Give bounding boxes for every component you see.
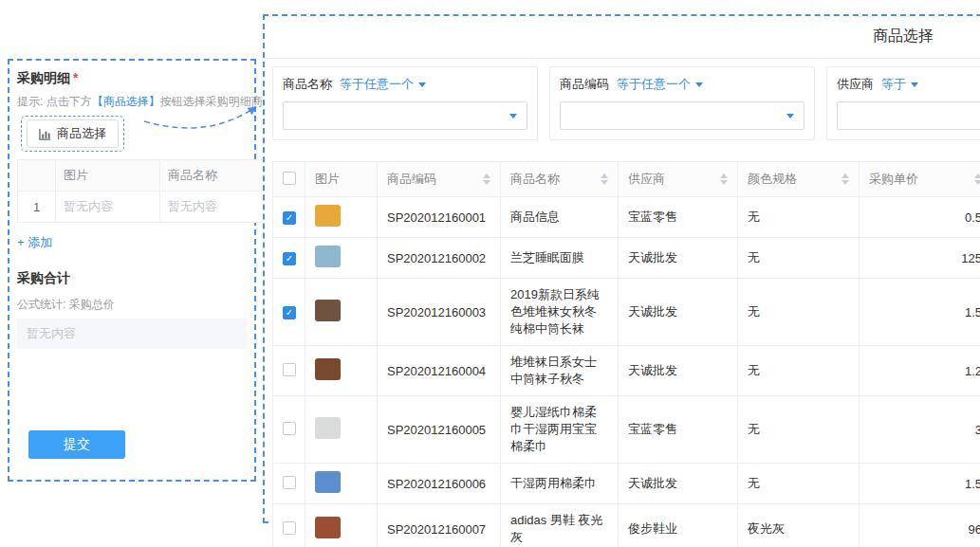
- filter-operator-label: 等于: [881, 76, 906, 93]
- sort-icon[interactable]: [601, 173, 608, 185]
- supplier-name: 天诚批发: [619, 346, 738, 396]
- unit-price: 1.2: [860, 346, 980, 396]
- unit-price: 125: [860, 238, 980, 279]
- filter-value-input[interactable]: [284, 102, 500, 129]
- filter-value-box: [283, 101, 527, 130]
- product-table-row[interactable]: SP202012160006 干湿两用棉柔巾 天诚批发 无 1.5: [273, 464, 980, 504]
- color-spec: 无: [738, 197, 860, 238]
- unit-price: 1.5: [860, 279, 980, 346]
- required-mark: *: [73, 70, 78, 85]
- index-column-header: [18, 160, 56, 191]
- select-all-checkbox[interactable]: [283, 172, 296, 185]
- hint-suffix: 按钮选择采购明细商品: [160, 95, 274, 108]
- product-name: 婴儿湿纸巾棉柔巾干湿两用宝宝棉柔巾: [501, 396, 619, 464]
- price-column-header[interactable]: 采购单价: [860, 162, 980, 197]
- filter-value-input[interactable]: [838, 102, 980, 129]
- filter-value-box: [560, 101, 804, 130]
- hint-prefix: 提示: 点击下方: [17, 95, 92, 108]
- filter-operator-dropdown[interactable]: 等于: [881, 76, 918, 93]
- submit-button[interactable]: 提交: [28, 430, 125, 459]
- product-table-row[interactable]: SP202012160002 兰芝睡眠面膜 天诚批发 无 125: [273, 238, 980, 279]
- filter-label: 商品名称: [283, 76, 332, 93]
- row-checkbox[interactable]: [283, 306, 296, 319]
- hint-product-select-link[interactable]: 【商品选择】: [92, 95, 160, 108]
- row-checkbox[interactable]: [283, 252, 296, 265]
- row-index: 1: [18, 191, 56, 223]
- product-table-row[interactable]: SP202012160004 堆堆袜日系女士中筒袜子秋冬 天诚批发 无 1.2: [273, 346, 980, 396]
- product-thumbnail: [315, 300, 341, 321]
- product-thumbnail: [315, 358, 341, 380]
- product-select-button[interactable]: 商品选择: [27, 119, 119, 148]
- supplier-name: 天诚批发: [619, 279, 738, 346]
- product-table-container: 图片 商品编码 商品名称 供应商 颜色规格 采购单价 SP20201216000…: [265, 148, 980, 547]
- purchase-detail-title: 采购明细*: [17, 70, 247, 87]
- unit-price: 96: [860, 504, 980, 547]
- row-checkbox[interactable]: [283, 211, 296, 225]
- name-column-header[interactable]: 商品名称: [501, 162, 619, 197]
- product-thumbnail: [315, 205, 341, 227]
- filter-value-dropdown-button[interactable]: [777, 102, 804, 129]
- code-column-header[interactable]: 商品编码: [378, 162, 501, 197]
- product-name: adidas 男鞋 夜光灰: [501, 504, 619, 547]
- purchase-total-title: 采购合计: [17, 270, 247, 287]
- add-row-button[interactable]: + 添加: [17, 234, 52, 251]
- filter-supplier: 供应商 等于: [826, 66, 980, 140]
- spec-column-header[interactable]: 颜色规格: [738, 162, 860, 197]
- product-select-button-label: 商品选择: [57, 125, 106, 142]
- supplier-name: 天诚批发: [619, 464, 738, 504]
- row-checkbox[interactable]: [283, 422, 296, 435]
- caret-down-icon: [911, 82, 918, 87]
- color-spec: 无: [738, 238, 860, 279]
- row-checkbox[interactable]: [283, 521, 296, 535]
- caret-down-icon: [509, 114, 517, 119]
- unit-price: 3: [860, 396, 980, 464]
- hint-text: 提示: 点击下方【商品选择】按钮选择采购明细商品: [17, 94, 247, 110]
- caret-down-icon: [786, 114, 794, 119]
- button-flow-outline: 商品选择: [21, 116, 124, 152]
- product-code: SP202012160004: [378, 346, 501, 396]
- formula-label: 公式统计: 采购总价: [17, 297, 247, 313]
- product-name: 2019新款日系纯色堆堆袜女秋冬纯棉中筒长袜: [501, 279, 619, 346]
- sort-icon[interactable]: [841, 173, 849, 185]
- color-spec: 无: [738, 346, 860, 396]
- product-thumbnail: [315, 417, 341, 439]
- product-name: 干湿两用棉柔巾: [501, 464, 619, 504]
- filter-product-code: 商品编码 等于任意一个: [549, 66, 815, 140]
- filter-operator-dropdown[interactable]: 等于任意一个: [617, 76, 703, 93]
- product-table: 图片 商品编码 商品名称 供应商 颜色规格 采购单价 SP20201216000…: [272, 161, 980, 547]
- purchase-detail-panel: 采购明细* 提示: 点击下方【商品选择】按钮选择采购明细商品 商品选择 图片 商…: [8, 59, 256, 482]
- product-table-row[interactable]: SP202012160007 adidas 男鞋 夜光灰 俊步鞋业 夜光灰 96: [273, 504, 980, 547]
- filter-label: 商品编码: [560, 76, 609, 93]
- product-thumbnail: [315, 517, 341, 538]
- row-image-placeholder: 暂无内容: [56, 191, 160, 223]
- sort-icon[interactable]: [974, 173, 980, 185]
- supplier-column-header[interactable]: 供应商: [619, 162, 738, 197]
- caret-down-icon: [695, 82, 703, 87]
- product-thumbnail: [315, 471, 341, 493]
- sort-icon[interactable]: [483, 173, 490, 185]
- sort-icon[interactable]: [720, 173, 728, 185]
- filter-operator-label: 等于任意一个: [340, 76, 414, 93]
- product-code: SP202012160005: [378, 396, 501, 464]
- filter-operator-dropdown[interactable]: 等于任意一个: [340, 76, 426, 93]
- product-table-row[interactable]: SP202012160001 商品信息 宝蓝零售 无 0.5: [273, 197, 980, 238]
- color-spec: 无: [738, 279, 860, 346]
- filter-value-input[interactable]: [561, 102, 777, 129]
- supplier-name: 宝蓝零售: [619, 197, 738, 238]
- product-code: SP202012160006: [378, 464, 501, 504]
- unit-price: 0.5: [860, 197, 980, 238]
- product-code: SP202012160003: [378, 279, 501, 346]
- unit-price: 1.5: [860, 464, 980, 504]
- product-table-row[interactable]: SP202012160005 婴儿湿纸巾棉柔巾干湿两用宝宝棉柔巾 宝蓝零售 无 …: [273, 396, 980, 464]
- section-title-text: 采购明细: [17, 70, 70, 85]
- row-checkbox[interactable]: [283, 363, 296, 376]
- color-spec: 无: [738, 464, 860, 504]
- image-column-header: 图片: [56, 160, 160, 191]
- product-table-header-row: 图片 商品编码 商品名称 供应商 颜色规格 采购单价: [273, 162, 980, 197]
- filter-value-dropdown-button[interactable]: [500, 102, 527, 129]
- filter-operator-label: 等于任意一个: [617, 76, 691, 93]
- caret-down-icon: [418, 82, 426, 87]
- product-table-row[interactable]: SP202012160003 2019新款日系纯色堆堆袜女秋冬纯棉中筒长袜 天诚…: [273, 279, 980, 346]
- product-code: SP202012160002: [378, 238, 501, 279]
- row-checkbox[interactable]: [283, 476, 296, 489]
